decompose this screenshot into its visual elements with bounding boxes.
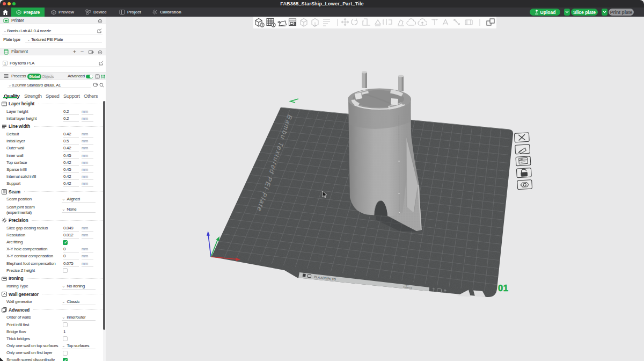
- svg-text:01: 01: [498, 283, 508, 293]
